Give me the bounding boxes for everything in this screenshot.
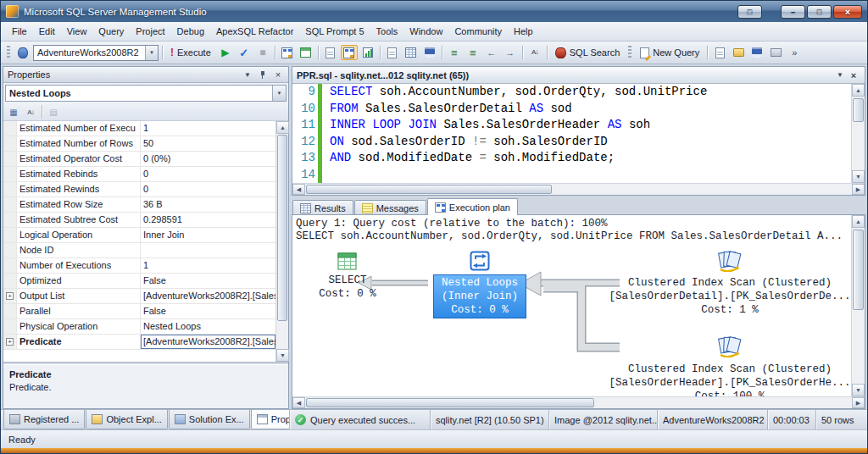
panel-close-icon[interactable] (272, 69, 284, 80)
property-row-predicate[interactable]: +Predicate[AdventureWorks2008R2].[Sales] (3, 335, 275, 350)
scroll-track[interactable] (305, 397, 852, 408)
close-button[interactable] (833, 5, 862, 19)
property-value[interactable]: 0 (0%) (141, 152, 275, 166)
include-client-statistics-button[interactable] (359, 45, 376, 60)
menu-query[interactable]: Query (92, 24, 130, 39)
code-lines[interactable]: 9SELECT soh.AccountNumber, sod.OrderQty,… (292, 84, 851, 183)
property-value[interactable]: 1 (141, 258, 275, 273)
mdi-window-button[interactable] (737, 5, 762, 19)
comment-selection-button[interactable] (446, 45, 463, 60)
sort-button[interactable] (526, 45, 543, 60)
property-value[interactable]: Nested Loops (141, 319, 275, 334)
editor-horizontal-scrollbar[interactable]: ◀ ▶ (292, 183, 865, 195)
property-row-node-id[interactable]: Node ID (3, 243, 275, 258)
menu-apexsql-refactor[interactable]: ApexSQL Refactor (210, 24, 299, 39)
scroll-thumb[interactable] (277, 135, 287, 321)
expand-icon[interactable]: + (6, 338, 14, 346)
minimize-button[interactable] (781, 5, 805, 19)
scroll-up-icon[interactable]: ▲ (852, 215, 865, 228)
scroll-thumb[interactable] (853, 98, 864, 122)
menu-view[interactable]: View (61, 24, 93, 39)
property-value[interactable]: 1 (141, 121, 275, 136)
property-value[interactable]: False (141, 304, 275, 318)
save-button[interactable] (748, 45, 765, 60)
expand-icon[interactable]: + (6, 292, 14, 300)
change-connection-button[interactable] (14, 45, 31, 60)
plan-vertical-scrollbar[interactable]: ▲ ▼ (851, 215, 865, 396)
properties-scrollbar[interactable]: ▲ ▼ (275, 121, 288, 362)
scroll-down-icon[interactable]: ▼ (852, 170, 865, 183)
plan-node-select[interactable]: SELECT Cost: 0 % (301, 252, 394, 301)
new-query-button[interactable]: New Query (636, 46, 704, 60)
results-to-file-button[interactable] (421, 45, 438, 60)
plan-node-nested-loops[interactable]: Nested Loops (Inner Join) Cost: 0 % (433, 251, 526, 318)
property-row-parallel[interactable]: ParallelFalse (3, 304, 275, 319)
property-value[interactable]: [AdventureWorks2008R2].[Sales] (141, 289, 275, 303)
scroll-left-icon[interactable]: ◀ (292, 397, 305, 408)
database-combo[interactable]: AdventureWorks2008R2 (33, 45, 159, 61)
scroll-thumb[interactable] (853, 230, 864, 310)
property-row-estimated-rebinds[interactable]: Estimated Rebinds0 (3, 167, 275, 182)
new-file-button[interactable] (711, 45, 728, 60)
property-row-estimated-rewinds[interactable]: Estimated Rewinds0 (3, 182, 275, 197)
scroll-track[interactable] (305, 184, 852, 195)
scroll-up-icon[interactable]: ▲ (276, 121, 289, 134)
scroll-track[interactable] (852, 97, 865, 170)
decrease-indent-button[interactable] (483, 45, 500, 60)
categorized-button[interactable] (6, 105, 21, 119)
property-pages-button[interactable] (46, 105, 61, 119)
property-value[interactable]: 0.298591 (141, 213, 275, 227)
scroll-left-icon[interactable]: ◀ (292, 184, 305, 195)
results-to-grid-button[interactable] (403, 45, 420, 60)
property-value[interactable]: 50 (141, 136, 275, 151)
property-row-estimated-subtree-cost[interactable]: Estimated Subtree Cost0.298591 (3, 213, 275, 228)
property-row-physical-operation[interactable]: Physical OperationNested Loops (3, 319, 275, 335)
property-value[interactable]: [AdventureWorks2008R2].[Sales] (141, 335, 275, 349)
scroll-down-icon[interactable]: ▼ (276, 349, 289, 362)
scroll-up-icon[interactable]: ▲ (852, 84, 865, 97)
combo-dropdown-icon[interactable] (272, 86, 286, 101)
scroll-down-icon[interactable]: ▼ (852, 384, 865, 396)
property-row-estimated-row-size[interactable]: Estimated Row Size36 B (3, 197, 275, 213)
parse-button[interactable] (236, 45, 253, 60)
menu-edit[interactable]: Edit (33, 24, 61, 39)
menu-community[interactable]: Community (448, 24, 508, 39)
execute-button[interactable]: !Execute (166, 45, 215, 60)
print-button[interactable] (767, 45, 784, 60)
scroll-track[interactable] (852, 228, 865, 384)
maximize-button[interactable] (807, 5, 832, 19)
property-value[interactable]: Inner Join (141, 228, 275, 242)
window-menu-icon[interactable] (242, 69, 253, 80)
menu-sql-prompt-5[interactable]: SQL Prompt 5 (299, 24, 370, 39)
menu-file[interactable]: File (6, 24, 33, 39)
debug-button[interactable] (217, 45, 234, 60)
property-row-number-of-executions[interactable]: Number of Executions1 (3, 258, 275, 274)
include-actual-plan-button[interactable] (341, 45, 358, 60)
tool-tab-registered[interactable]: Registered ... (3, 410, 85, 429)
scroll-thumb[interactable] (306, 398, 594, 407)
scroll-right-icon[interactable]: ▶ (852, 184, 865, 195)
property-value[interactable]: 36 B (141, 197, 275, 212)
tool-tab-object-expl[interactable]: Object Expl... (86, 410, 167, 429)
menu-tools[interactable]: Tools (370, 24, 404, 39)
property-row-output-list[interactable]: +Output List[AdventureWorks2008R2].[Sale… (3, 289, 275, 304)
editor-close-icon[interactable]: × (847, 70, 860, 80)
combo-dropdown-icon[interactable] (145, 46, 158, 60)
plan-node-clustered-index-scan-detail[interactable]: Clustered Index Scan (Clustered) [SalesO… (611, 250, 849, 317)
menu-window[interactable]: Window (403, 24, 448, 39)
increase-indent-button[interactable] (502, 45, 519, 60)
property-row-logical-operation[interactable]: Logical OperationInner Join (3, 228, 275, 243)
property-value[interactable]: 0 (141, 182, 275, 197)
tool-tab-solution-ex[interactable]: Solution Ex... (169, 410, 250, 429)
property-value[interactable]: 0 (141, 167, 275, 181)
editor-vertical-scrollbar[interactable]: ▲ ▼ (851, 84, 865, 183)
cancel-query-button[interactable] (254, 45, 271, 60)
plan-horizontal-scrollbar[interactable]: ◀ ▶ (292, 396, 865, 408)
property-row-estimated-operator-cost[interactable]: Estimated Operator Cost0 (0%) (3, 152, 275, 167)
plan-node-clustered-index-scan-header[interactable]: Clustered Index Scan (Clustered) [SalesO… (611, 335, 849, 396)
property-value[interactable] (141, 243, 275, 257)
tab-results[interactable]: Results (292, 200, 353, 215)
pin-icon[interactable] (257, 69, 269, 80)
results-to-text-button[interactable] (384, 45, 401, 60)
property-row-optimized[interactable]: OptimizedFalse (3, 274, 275, 289)
